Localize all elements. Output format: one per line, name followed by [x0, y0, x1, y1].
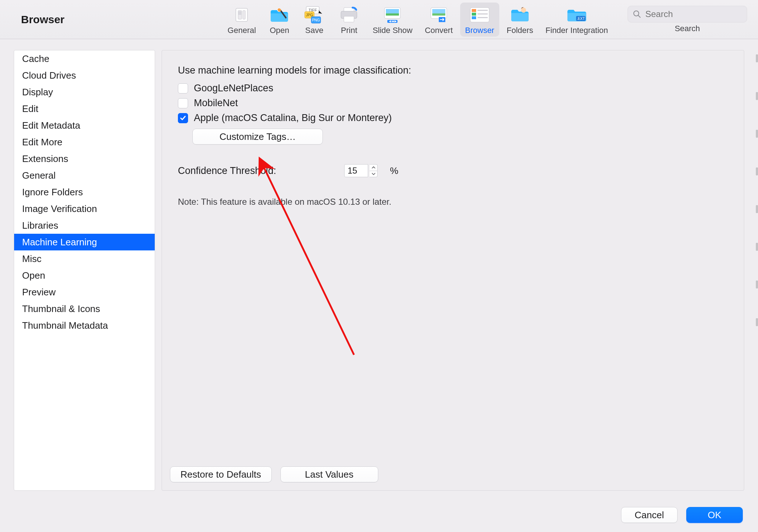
content-panel: Use machine learning models for image cl… [162, 50, 744, 491]
toolbar-item-general[interactable]: General [222, 3, 261, 37]
threshold-label: Confidence Threshold: [178, 165, 276, 176]
svg-rect-29 [478, 13, 488, 14]
toolbar: Browser General Open TIFFJPGPNG Save [0, 0, 758, 39]
svg-rect-2 [243, 11, 245, 19]
sidebar-item-cache[interactable]: Cache [14, 50, 155, 67]
toolbar-item-browser[interactable]: Browser [460, 3, 500, 37]
printer-icon [340, 5, 358, 25]
folder-user-icon [510, 5, 530, 25]
svg-rect-28 [478, 10, 488, 11]
threshold-stepper [344, 164, 378, 177]
threshold-input[interactable] [344, 164, 368, 177]
sidebar-list: Cache Cloud Drives Display Edit Edit Met… [14, 50, 155, 334]
sidebar-item-edit-metadata[interactable]: Edit Metadata [14, 117, 155, 134]
svg-rect-25 [472, 9, 476, 12]
checkbox-apple[interactable] [178, 113, 188, 123]
folder-brush-icon [269, 5, 290, 25]
sidebar-item-display[interactable]: Display [14, 84, 155, 100]
sidebar-item-cloud-drives[interactable]: Cloud Drives [14, 67, 155, 84]
threshold-unit: % [390, 165, 398, 176]
search-input[interactable] [645, 9, 754, 20]
svg-text:JPG: JPG [306, 13, 313, 17]
toolbar-item-open[interactable]: Open [263, 3, 296, 37]
svg-rect-27 [472, 16, 476, 19]
cancel-button[interactable]: Cancel [621, 507, 678, 523]
svg-rect-15 [386, 13, 399, 16]
toolbar-item-label: Browser [465, 26, 495, 35]
content-bottom-buttons: Restore to Defaults Last Values [170, 466, 378, 482]
search-input-wrap[interactable] [628, 6, 747, 22]
svg-text:PNG: PNG [312, 18, 320, 22]
sidebar-item-extensions[interactable]: Extensions [14, 150, 155, 167]
svg-rect-26 [472, 13, 476, 16]
search-label: Search [675, 24, 700, 33]
sidebar-item-libraries[interactable]: Libraries [14, 217, 155, 234]
sidebar-item-misc[interactable]: Misc [14, 250, 155, 267]
svg-line-36 [263, 166, 354, 355]
toolbar-item-label: Open [270, 26, 289, 35]
toolbar-search: Search [628, 6, 747, 33]
toolbar-item-folders[interactable]: Folders [501, 3, 538, 37]
toolbar-item-finder-integration[interactable]: .EXT Finder Integration [541, 3, 613, 37]
chevron-up-icon[interactable] [370, 165, 377, 171]
sidebar-item-edit-more[interactable]: Edit More [14, 134, 155, 150]
browser-grid-icon [470, 5, 490, 25]
toolbar-item-print[interactable]: Print [333, 3, 365, 37]
toolbar-item-label: Folders [507, 26, 533, 35]
toolbar-item-save[interactable]: TIFFJPGPNG Save [298, 3, 330, 37]
toolbar-item-label: Convert [425, 26, 453, 35]
toolbar-item-label: Finder Integration [546, 26, 608, 35]
slider-icon [233, 5, 250, 25]
sidebar: Cache Cloud Drives Display Edit Edit Met… [14, 50, 155, 491]
sidebar-item-thumbnail-metadata[interactable]: Thumbnail Metadata [14, 317, 155, 334]
checkbox-googlenet[interactable] [178, 83, 188, 93]
toolbar-items: General Open TIFFJPGPNG Save Print [222, 3, 613, 37]
model-googlenet-row: GoogLeNetPlaces [178, 83, 728, 94]
model-apple-row: Apple (macOS Catalina, Big Sur or Monter… [178, 112, 728, 124]
note-text: Note: This feature is available on macOS… [178, 197, 728, 207]
svg-line-35 [638, 15, 640, 17]
last-values-button[interactable]: Last Values [280, 466, 378, 482]
sidebar-item-image-verification[interactable]: Image Verification [14, 200, 155, 217]
sidebar-item-machine-learning[interactable]: Machine Learning [14, 234, 155, 250]
customize-tags-button[interactable]: Customize Tags… [192, 129, 323, 145]
svg-rect-30 [478, 17, 488, 18]
main: Cache Cloud Drives Display Edit Edit Met… [0, 39, 758, 498]
convert-icon [429, 5, 448, 25]
svg-point-31 [521, 8, 526, 13]
model-googlenet-label: GoogLeNetPlaces [194, 83, 273, 94]
restore-defaults-button[interactable]: Restore to Defaults [170, 466, 272, 482]
sidebar-item-thumbnail-icons[interactable]: Thumbnail & Icons [14, 300, 155, 317]
model-mobilenet-row: MobileNet [178, 97, 728, 109]
toolbar-item-label: General [228, 26, 256, 35]
sidebar-item-edit[interactable]: Edit [14, 100, 155, 117]
toolbar-item-label: Slide Show [372, 26, 412, 35]
search-icon [633, 10, 641, 18]
ok-button[interactable]: OK [686, 507, 743, 523]
sidebar-item-general[interactable]: General [14, 167, 155, 184]
image-formats-icon: TIFFJPGPNG [304, 5, 324, 25]
model-mobilenet-label: MobileNet [194, 97, 238, 109]
threshold-row: Confidence Threshold: % [178, 164, 728, 177]
folder-ext-icon: .EXT [566, 5, 588, 25]
toolbar-item-slideshow[interactable]: Slide Show [367, 3, 417, 37]
section-heading: Use machine learning models for image cl… [178, 65, 728, 76]
svg-rect-3 [238, 11, 241, 15]
svg-rect-12 [344, 16, 354, 22]
model-apple-label: Apple (macOS Catalina, Big Sur or Monter… [194, 112, 392, 124]
toolbar-item-convert[interactable]: Convert [420, 3, 458, 37]
svg-text:.EXT: .EXT [577, 17, 585, 21]
sidebar-item-open[interactable]: Open [14, 267, 155, 284]
right-edge-marks [756, 54, 758, 326]
threshold-stepper-arrows[interactable] [370, 164, 378, 177]
sidebar-item-preview[interactable]: Preview [14, 284, 155, 300]
toolbar-item-label: Print [341, 26, 357, 35]
svg-rect-19 [393, 21, 394, 22]
checkbox-mobilenet[interactable] [178, 98, 188, 108]
svg-rect-23 [432, 13, 445, 16]
chevron-down-icon[interactable] [370, 171, 377, 177]
dialog-footer: Cancel OK [0, 498, 758, 532]
svg-rect-18 [392, 21, 393, 22]
toolbar-item-label: Save [305, 26, 323, 35]
sidebar-item-ignore-folders[interactable]: Ignore Folders [14, 184, 155, 200]
